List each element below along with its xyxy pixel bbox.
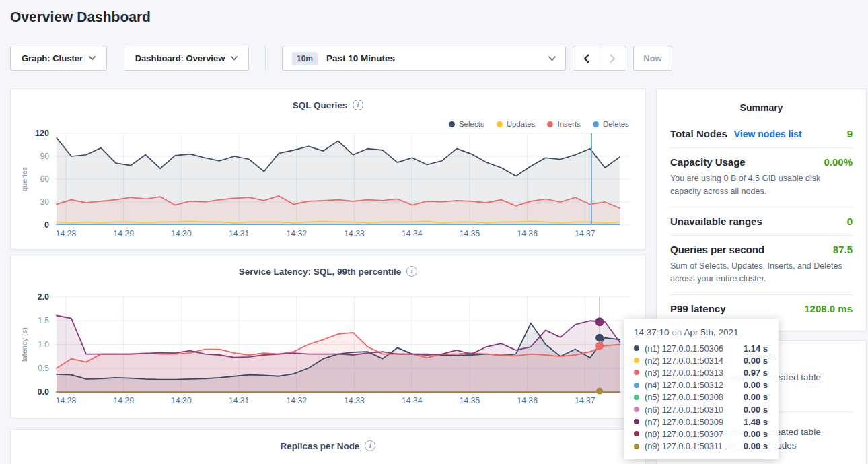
- tooltip-timestamp: 14:37:10 on Apr 5th, 2021: [634, 327, 769, 337]
- tooltip-node-row: (n3) 127.0.0.1:503130.97 s: [634, 366, 769, 378]
- svg-text:14:35: 14:35: [460, 229, 480, 238]
- time-prev-button[interactable]: [573, 46, 600, 70]
- capacity-usage-value: 0.00%: [824, 156, 853, 168]
- svg-text:14:28: 14:28: [56, 229, 77, 238]
- node-color-dot: [634, 383, 639, 388]
- time-range-label: Past 10 Minutes: [326, 53, 395, 63]
- summary-title: Summary: [657, 89, 866, 120]
- chevron-down-icon: [89, 56, 96, 61]
- chevron-left-icon: [583, 54, 589, 63]
- node-latency-value: 1.48 s: [744, 417, 769, 427]
- time-step-group: [573, 46, 626, 71]
- node-address: (n6) 127.0.0.1:50310: [645, 405, 723, 415]
- unavailable-ranges-value: 0: [847, 216, 853, 227]
- svg-text:14:34: 14:34: [402, 229, 423, 238]
- node-address: (n5) 127.0.0.1:50308: [645, 392, 723, 402]
- tooltip-node-row: (n9) 127.0.0.1:503110.00 s: [634, 440, 769, 453]
- page-title: Overview Dashboard: [10, 9, 151, 25]
- qps-caption: Sum of Selects, Updates, Inserts, and De…: [670, 260, 853, 286]
- replicas-per-node-title: Replicas per Node i: [11, 440, 645, 451]
- node-latency-value: 0.00 s: [744, 405, 769, 415]
- summary-panel: Summary Total Nodes View nodes list 9 Ca…: [656, 88, 867, 331]
- dashboard-dropdown[interactable]: Dashboard: Overview: [124, 46, 249, 71]
- tooltip-node-row: (n2) 127.0.0.1:503140.00 s: [634, 354, 769, 366]
- node-address: (n4) 127.0.0.1:50312: [645, 380, 723, 390]
- svg-text:14:31: 14:31: [229, 396, 250, 405]
- svg-text:14:37: 14:37: [575, 229, 595, 238]
- node-latency-value: 0.00 s: [744, 441, 769, 451]
- total-nodes-value: 9: [847, 128, 853, 139]
- svg-text:90: 90: [40, 152, 50, 161]
- total-nodes-label: Total Nodes: [670, 128, 727, 139]
- sql-queries-chart[interactable]: 030609012014:2814:2914:3014:3114:3214:33…: [11, 89, 647, 251]
- svg-text:14:33: 14:33: [344, 229, 365, 238]
- node-color-dot: [634, 358, 639, 363]
- svg-text:queries: queries: [20, 166, 28, 191]
- svg-text:14:36: 14:36: [517, 229, 538, 238]
- toolbar-divider: [265, 46, 266, 71]
- svg-text:14:32: 14:32: [287, 396, 308, 405]
- unavailable-ranges-label: Unavailable ranges: [670, 216, 762, 227]
- svg-text:1.5: 1.5: [38, 316, 49, 325]
- now-button[interactable]: Now: [633, 46, 672, 71]
- node-latency-value: 0.97 s: [744, 368, 769, 378]
- node-address: (n2) 127.0.0.1:50314: [645, 356, 723, 366]
- capacity-usage-caption: You are using 0 B of 4.5 GiB usable disk…: [670, 172, 853, 199]
- chevron-down-icon: [548, 56, 556, 61]
- node-latency-value: 0.00 s: [744, 380, 769, 390]
- svg-text:14:31: 14:31: [229, 229, 250, 238]
- p99-latency-value: 1208.0 ms: [804, 303, 853, 314]
- summary-unavailable-ranges: Unavailable ranges 0: [670, 207, 853, 235]
- node-color-dot: [634, 419, 639, 424]
- svg-text:14:32: 14:32: [287, 229, 308, 238]
- svg-text:14:33: 14:33: [344, 396, 365, 405]
- svg-text:14:36: 14:36: [517, 396, 538, 405]
- summary-total-nodes: Total Nodes View nodes list 9: [670, 120, 853, 147]
- graph-dropdown[interactable]: Graph: Cluster: [10, 46, 107, 71]
- svg-text:latency (s): latency (s): [20, 327, 28, 362]
- service-latency-panel: Service Latency: SQL, 99th percentile i …: [10, 255, 646, 418]
- node-latency-value: 0.00 s: [744, 392, 769, 402]
- node-address: (n1) 127.0.0.1:50306: [645, 343, 723, 354]
- svg-text:60: 60: [40, 174, 50, 184]
- node-color-dot: [634, 345, 639, 351]
- dashboard-dropdown-label: Dashboard: Overview: [135, 53, 225, 63]
- qps-value: 87.5: [833, 244, 853, 255]
- svg-text:120: 120: [35, 129, 49, 138]
- svg-text:14:28: 14:28: [56, 396, 77, 405]
- node-latency-value: 0.00 s: [744, 356, 769, 366]
- summary-capacity: Capacity Usage 0.00% You are using 0 B o…: [670, 147, 853, 207]
- chevron-right-icon: [610, 54, 616, 63]
- svg-text:0.0: 0.0: [38, 387, 49, 397]
- replicas-per-node-panel: Replicas per Node i: [10, 429, 646, 464]
- time-range-badge: 10m: [292, 52, 318, 65]
- view-nodes-list-link[interactable]: View nodes list: [734, 129, 802, 139]
- svg-text:0.5: 0.5: [38, 364, 49, 373]
- overview-dashboard-page: Overview Dashboard Graph: Cluster Dashbo…: [0, 0, 868, 464]
- tooltip-node-row: (n7) 127.0.0.1:503091.48 s: [634, 416, 769, 428]
- info-icon[interactable]: i: [365, 440, 375, 451]
- svg-text:14:30: 14:30: [171, 396, 192, 405]
- service-latency-chart[interactable]: 0.00.51.01.52.014:2814:2914:3014:3114:32…: [11, 255, 647, 419]
- svg-text:0: 0: [44, 220, 49, 230]
- tooltip-node-row: (n4) 127.0.0.1:503120.00 s: [634, 379, 769, 391]
- tooltip-node-row: (n5) 127.0.0.1:503080.00 s: [634, 391, 769, 403]
- node-color-dot: [634, 431, 639, 436]
- node-address: (n9) 127.0.0.1:50311: [645, 441, 723, 451]
- chevron-down-icon: [231, 56, 238, 61]
- node-color-dot: [634, 407, 639, 412]
- time-next-button[interactable]: [600, 46, 626, 70]
- svg-text:14:37: 14:37: [575, 396, 595, 405]
- capacity-usage-label: Capacity Usage: [670, 156, 746, 168]
- chart-hover-tooltip: 14:37:10 on Apr 5th, 2021 (n1) 127.0.0.1…: [624, 319, 779, 459]
- qps-label: Queries per second: [670, 244, 764, 255]
- svg-text:14:35: 14:35: [460, 396, 480, 405]
- node-color-dot: [634, 444, 639, 449]
- summary-qps: Queries per second 87.5 Sum of Selects, …: [670, 235, 853, 294]
- svg-text:2.0: 2.0: [38, 292, 49, 302]
- node-color-dot: [634, 370, 639, 375]
- time-range-selector[interactable]: 10m Past 10 Minutes: [282, 46, 566, 71]
- node-address: (n7) 127.0.0.1:50309: [645, 417, 723, 427]
- tooltip-node-row: (n8) 127.0.0.1:503070.00 s: [634, 428, 769, 440]
- svg-text:14:34: 14:34: [402, 396, 423, 405]
